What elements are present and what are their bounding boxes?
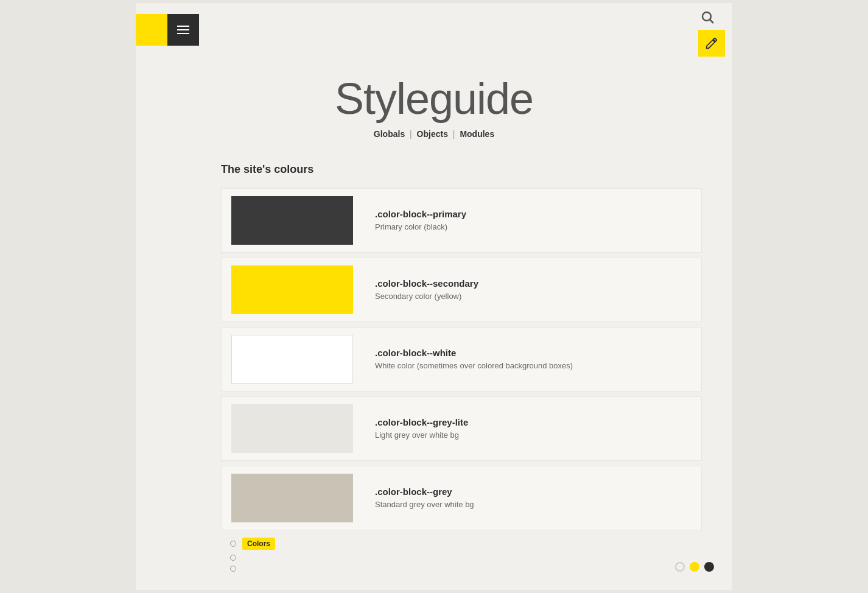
br-dot-empty[interactable] (675, 562, 685, 572)
br-dot-yellow[interactable] (690, 562, 699, 572)
color-swatch-white (231, 335, 353, 384)
dot-label-colors: Colors (242, 538, 275, 550)
header-right (698, 3, 732, 57)
title-area: Styleguide Globals | Objects | Modules (136, 57, 732, 151)
dot-3 (230, 566, 236, 572)
hamburger-icon (177, 26, 189, 34)
nav-dot-3[interactable] (230, 566, 275, 572)
color-swatch-grey (231, 474, 353, 522)
color-info-grey-lite: .color-block--grey-lite Light grey over … (363, 407, 701, 451)
nav-dot-2[interactable] (230, 555, 275, 561)
color-swatch-secondary (231, 265, 353, 314)
menu-button[interactable] (167, 14, 199, 46)
nav-modules[interactable]: Modules (460, 129, 494, 139)
color-info-secondary: .color-block--secondary Secondary color … (363, 268, 701, 312)
color-primary-row: .color-block--primary Primary color (bla… (221, 188, 702, 253)
bottom-right-dots (675, 562, 714, 572)
color-class-secondary: .color-block--secondary (375, 278, 689, 289)
header-left (136, 14, 199, 46)
page-title: Styleguide (136, 75, 732, 123)
pencil-icon (705, 37, 718, 50)
color-info-primary: .color-block--primary Primary color (bla… (363, 199, 701, 242)
br-dot-dark[interactable] (704, 562, 714, 572)
color-desc-white: White color (sometimes over colored back… (375, 360, 689, 371)
color-white-row: .color-block--white White color (sometim… (221, 327, 702, 391)
search-button[interactable] (698, 8, 718, 27)
color-grey-lite-row: .color-block--grey-lite Light grey over … (221, 396, 702, 461)
color-grey-row: .color-block--grey Standard grey over wh… (221, 466, 702, 530)
nav-links: Globals | Objects | Modules (136, 129, 732, 139)
nav-globals[interactable]: Globals (374, 129, 405, 139)
color-class-white: .color-block--white (375, 348, 689, 358)
color-class-primary: .color-block--primary (375, 209, 689, 219)
color-desc-grey-lite: Light grey over white bg (375, 430, 689, 441)
dot-colors (230, 541, 236, 547)
bottom-nav: Colors (230, 538, 275, 572)
search-icon (701, 10, 715, 25)
color-secondary-row: .color-block--secondary Secondary color … (221, 258, 702, 322)
nav-dot-colors[interactable]: Colors (230, 538, 275, 550)
color-info-white: .color-block--white White color (sometim… (363, 338, 701, 381)
color-desc-grey: Standard grey over white bg (375, 499, 689, 510)
dot-2 (230, 555, 236, 561)
yellow-accent-block (136, 14, 167, 46)
svg-line-1 (710, 19, 714, 23)
header (136, 3, 732, 57)
color-class-grey-lite: .color-block--grey-lite (375, 417, 689, 427)
nav-objects[interactable]: Objects (417, 129, 448, 139)
svg-point-0 (702, 12, 711, 21)
color-class-grey: .color-block--grey (375, 486, 689, 497)
page-wrapper: Styleguide Globals | Objects | Modules T… (136, 3, 732, 590)
color-desc-primary: Primary color (black) (375, 222, 689, 233)
color-swatch-primary (231, 196, 353, 245)
section-heading: The site's colours (221, 163, 702, 176)
edit-button[interactable] (698, 30, 725, 57)
color-desc-secondary: Secondary color (yellow) (375, 291, 689, 302)
color-swatch-grey-lite (231, 404, 353, 453)
content: The site's colours .color-block--primary… (136, 151, 732, 553)
color-info-grey: .color-block--grey Standard grey over wh… (363, 477, 701, 520)
